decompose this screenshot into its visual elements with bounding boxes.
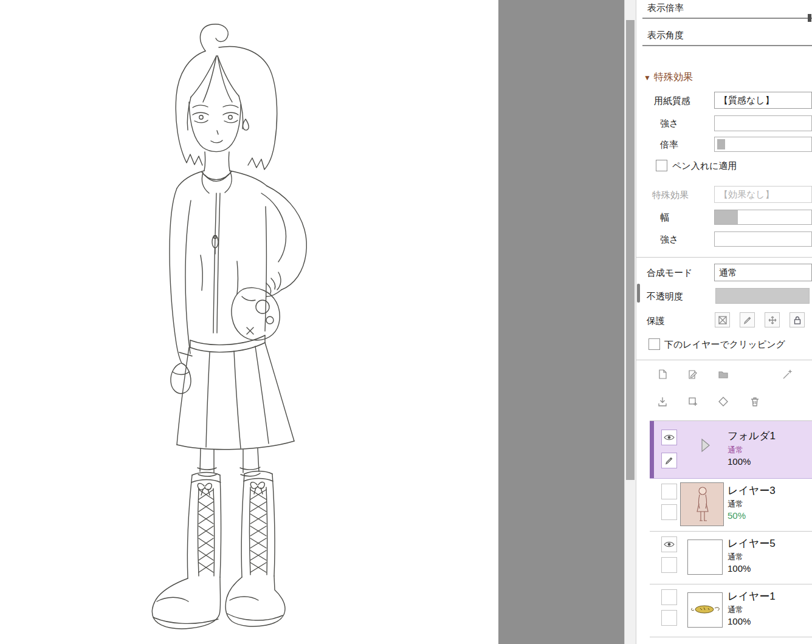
clipping-checkbox[interactable] [649, 338, 660, 350]
new-folder-button[interactable] [715, 366, 731, 382]
opacity-label: 不透明度 [647, 291, 683, 303]
layer-name: レイヤー3 [728, 484, 776, 498]
texture-scale-slider[interactable] [714, 137, 812, 152]
layer-pen-toggle[interactable] [661, 504, 677, 520]
copy-layer-icon [687, 396, 698, 407]
layer-opacity: 100% [728, 563, 751, 574]
protect-draw-button[interactable] [740, 312, 755, 327]
layer-visibility-toggle[interactable] [661, 430, 677, 445]
texture-scale-label: 倍率 [660, 139, 678, 151]
layer-name: レイヤー1 [728, 589, 776, 603]
view-zoom-slider[interactable] [642, 18, 812, 19]
effect-width-label: 幅 [660, 212, 669, 224]
layer-pen-toggle[interactable] [661, 557, 677, 573]
new-folder-icon [718, 369, 729, 380]
layer-row-folder1[interactable]: フォルダ1 通常 100% [650, 421, 812, 479]
layer-pen-toggle[interactable] [661, 610, 677, 626]
new-layer-button[interactable] [655, 366, 670, 382]
paper-texture-label: 用紙質感 [654, 95, 690, 107]
protect-move-button[interactable] [765, 312, 780, 327]
transfer-down-button[interactable] [655, 394, 670, 409]
effects-section-header[interactable]: ▼特殊効果 [644, 71, 693, 84]
new-linework-layer-button[interactable] [685, 366, 701, 382]
clear-layer-icon [718, 396, 729, 407]
view-zoom-slider-thumb[interactable] [808, 14, 811, 22]
layer-visibility-toggle[interactable] [661, 536, 677, 552]
texture-strength-slider[interactable] [714, 115, 812, 131]
folder-expand-arrow[interactable] [701, 438, 710, 453]
layer3-thumbnail-art [681, 483, 723, 526]
protect-label: 保護 [647, 315, 665, 327]
clear-layer-button[interactable] [715, 394, 731, 409]
layer-visibility-toggle[interactable] [661, 484, 677, 499]
protect-transparent-icon [718, 315, 728, 325]
blend-mode-label: 合成モード [647, 267, 693, 279]
wand-button[interactable] [780, 366, 796, 382]
layer-blend-mode: 通常 [728, 445, 743, 456]
delete-layer-icon [749, 396, 760, 407]
protect-lock-icon [793, 315, 802, 325]
effect-strength-label: 強さ [660, 234, 678, 245]
protect-move-icon [768, 315, 777, 325]
new-linework-layer-icon [687, 369, 698, 380]
effect-width-slider-fill [715, 210, 738, 224]
main-scrollbar-thumb[interactable] [626, 20, 635, 480]
layer-visibility-toggle[interactable] [661, 589, 677, 605]
layer-row-layer3[interactable]: レイヤー3 通常 50% [650, 479, 812, 532]
wand-icon [782, 368, 794, 380]
effect-strength-slider[interactable] [714, 231, 812, 247]
character-sketch [0, 0, 498, 644]
app-window: 表示倍率 表示角度 ▼特殊効果 用紙質感 【質感なし】 強さ 倍率 ペン入れに適… [0, 0, 812, 644]
effect-width-slider[interactable] [714, 210, 812, 225]
copy-layer-button[interactable] [685, 394, 701, 409]
layer-opacity: 100% [728, 456, 751, 467]
canvas-surround [498, 0, 624, 644]
eye-icon [664, 434, 675, 441]
layer-opacity: 100% [728, 616, 751, 626]
side-panel: 表示倍率 表示角度 ▼特殊効果 用紙質感 【質感なし】 強さ 倍率 ペン入れに適… [636, 0, 812, 644]
layer-opacity: 50% [728, 510, 746, 521]
layer-row-layer5[interactable]: レイヤー5 通常 100% [650, 532, 812, 584]
delete-layer-button[interactable] [747, 394, 763, 409]
layer-blend-mode: 通常 [728, 605, 743, 615]
selected-accent-bar [650, 421, 654, 478]
protect-draw-icon [743, 315, 752, 325]
view-angle-label: 表示角度 [647, 30, 684, 41]
divider [636, 257, 812, 258]
layer-row-layer1[interactable]: レイヤー1 通常 100% [650, 584, 812, 637]
texture-strength-label: 強さ [660, 118, 678, 129]
expand-triangle-icon [701, 438, 710, 453]
view-zoom-label: 表示倍率 [647, 2, 684, 14]
layer-pen-toggle[interactable] [661, 453, 677, 468]
pen-icon [664, 456, 674, 465]
apply-inking-label: ペン入れに適用 [672, 160, 737, 172]
divider [636, 360, 812, 360]
opacity-slider[interactable] [715, 288, 810, 304]
canvas[interactable] [0, 0, 498, 644]
layer1-thumbnail-art [688, 593, 722, 627]
paper-texture-dropdown[interactable]: 【質感なし】 [714, 92, 812, 109]
layer-list: フォルダ1 通常 100% [650, 420, 812, 637]
layer-blend-mode: 通常 [728, 552, 743, 563]
blend-mode-dropdown[interactable]: 通常 [714, 264, 812, 281]
panel-scrollbar-thumb[interactable] [637, 284, 640, 303]
layer-thumbnail[interactable] [680, 482, 724, 526]
eye-icon [664, 541, 675, 548]
layer-thumbnail[interactable] [687, 592, 723, 628]
layer-blend-mode: 通常 [728, 499, 743, 510]
special-effect-label: 特殊効果 [652, 190, 689, 201]
special-effect-dropdown[interactable]: 【効果なし】 [714, 186, 812, 203]
collapse-arrow-icon: ▼ [644, 74, 651, 82]
layer-name: レイヤー5 [728, 536, 776, 550]
view-angle-slider[interactable] [642, 45, 812, 46]
apply-inking-checkbox[interactable] [656, 160, 667, 171]
layer-name: フォルダ1 [728, 429, 776, 443]
protect-lock-button[interactable] [790, 312, 805, 327]
main-vertical-scrollbar[interactable] [624, 0, 636, 644]
protect-transparent-button[interactable] [715, 312, 730, 327]
transfer-down-icon [657, 396, 668, 407]
texture-scale-slider-thumb[interactable] [717, 139, 725, 149]
new-layer-icon [657, 369, 668, 380]
layer-thumbnail[interactable] [687, 540, 723, 575]
clipping-label: 下のレイヤーでクリッピング [664, 339, 785, 351]
